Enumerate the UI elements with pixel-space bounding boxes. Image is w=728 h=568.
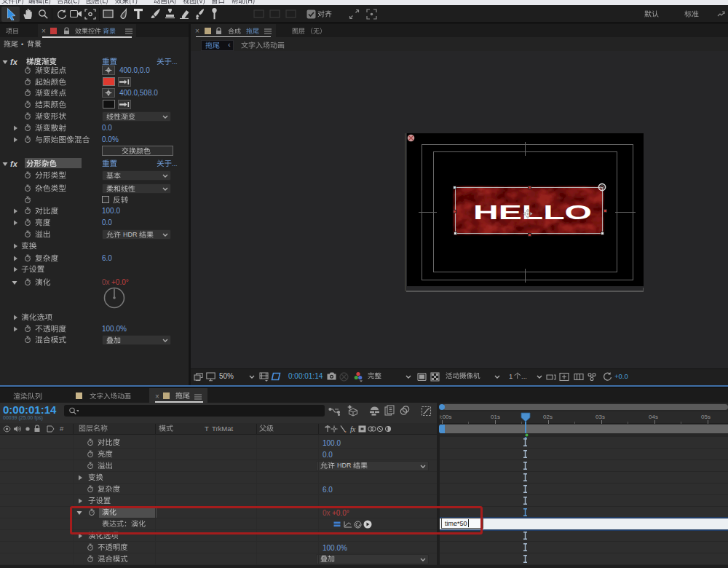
svg-text:fx: fx xyxy=(350,425,356,433)
